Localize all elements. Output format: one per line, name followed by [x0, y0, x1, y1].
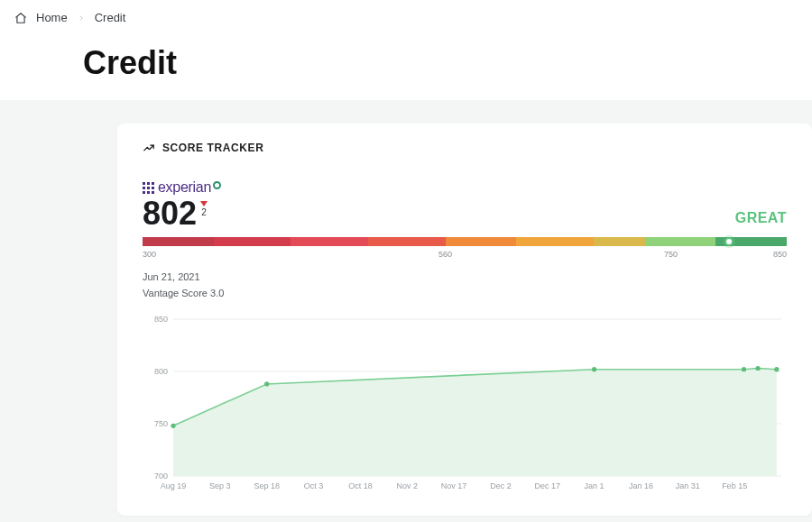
svg-text:Jan 16: Jan 16	[629, 481, 653, 490]
score-tracker-card: SCORE TRACKER experian 802 2 GREAT 300 5…	[117, 124, 812, 516]
svg-text:Nov 2: Nov 2	[396, 481, 418, 490]
credit-score-value: 802	[143, 197, 197, 230]
score-range-bar	[143, 237, 787, 246]
score-delta: 2	[200, 201, 208, 217]
home-icon	[14, 12, 27, 24]
breadcrumb-home[interactable]: Home	[36, 11, 68, 24]
score-range-ticks: 300 560 750 850	[143, 250, 787, 261]
svg-text:750: 750	[154, 419, 168, 428]
svg-point-23	[592, 367, 596, 371]
breadcrumb-current: Credit	[95, 11, 126, 24]
svg-point-22	[264, 382, 269, 387]
svg-point-25	[755, 366, 760, 371]
range-tick-mid: 560	[438, 250, 452, 259]
svg-point-21	[171, 424, 175, 428]
svg-text:700: 700	[154, 472, 168, 481]
score-delta-value: 2	[201, 207, 207, 217]
caret-down-icon	[200, 201, 208, 206]
range-tick-min: 300	[143, 250, 156, 259]
svg-text:Feb 15: Feb 15	[722, 481, 747, 490]
svg-text:Dec 17: Dec 17	[535, 481, 561, 490]
brand-name: experian	[158, 179, 211, 196]
card-header: SCORE TRACKER	[143, 142, 787, 154]
svg-text:Oct 18: Oct 18	[348, 481, 373, 490]
svg-text:850: 850	[154, 315, 168, 324]
breadcrumb: Home Credit	[0, 0, 812, 35]
svg-text:Oct 3: Oct 3	[304, 481, 324, 490]
svg-text:Jan 31: Jan 31	[676, 481, 700, 490]
trend-up-icon	[143, 142, 155, 154]
experian-dots-icon	[143, 182, 154, 194]
score-marker	[724, 237, 734, 246]
svg-text:Dec 2: Dec 2	[490, 481, 512, 490]
svg-point-24	[742, 367, 746, 371]
svg-text:Jan 1: Jan 1	[585, 481, 604, 490]
range-tick-high: 750	[664, 250, 678, 259]
score-rating: GREAT	[735, 210, 787, 226]
svg-text:Nov 17: Nov 17	[441, 481, 467, 490]
experian-circle-icon	[213, 181, 221, 189]
svg-text:Sep 18: Sep 18	[254, 481, 280, 490]
chevron-right-icon	[77, 14, 86, 23]
range-tick-max: 850	[773, 250, 787, 259]
score-model: Vantage Score 3.0	[143, 286, 787, 302]
svg-text:Aug 19: Aug 19	[161, 481, 187, 490]
svg-text:Sep 3: Sep 3	[209, 481, 231, 490]
brand-logo: experian	[143, 179, 787, 196]
score-date: Jun 21, 2021	[143, 270, 787, 286]
svg-text:800: 800	[154, 367, 168, 376]
score-history-chart: 700750800850Aug 19Sep 3Sep 18Oct 3Oct 18…	[143, 314, 787, 494]
svg-point-26	[774, 367, 779, 371]
card-header-label: SCORE TRACKER	[162, 142, 263, 154]
page-title: Credit	[0, 35, 812, 82]
